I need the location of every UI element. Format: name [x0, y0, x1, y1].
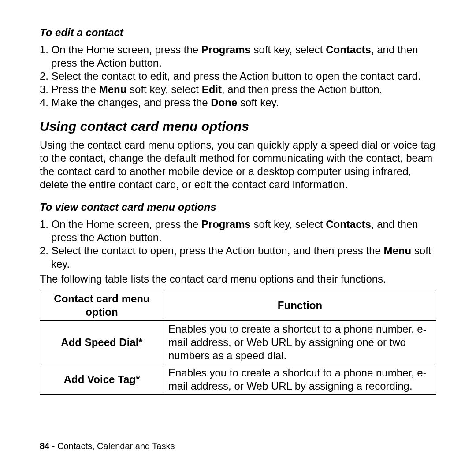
bold-programs: Programs: [201, 44, 251, 56]
view-step-1: 1. On the Home screen, press the Program…: [40, 218, 436, 244]
td-option-add-voice-tag: Add Voice Tag*: [40, 364, 164, 395]
heading-to-edit-a-contact: To edit a contact: [40, 26, 436, 39]
text: soft key, select: [251, 218, 326, 230]
bold-contacts: Contacts: [326, 44, 371, 56]
steps-view-menu-options: 1. On the Home screen, press the Program…: [40, 218, 436, 271]
text: 1. On the Home screen, press the: [40, 218, 201, 230]
table-header-row: Contact card menu option Function: [40, 290, 436, 321]
edit-step-4: 4. Make the changes, and press the Done …: [40, 96, 436, 109]
footer-separator: -: [49, 441, 57, 451]
paragraph-table-intro: The following table lists the contact ca…: [40, 272, 436, 286]
th-function: Function: [164, 290, 436, 321]
text: soft key, select: [126, 83, 201, 95]
paragraph-using-contact-card: Using the contact card menu options, you…: [40, 138, 436, 191]
heading-to-view-contact-card-menu-options: To view contact card menu options: [40, 201, 436, 213]
text: 3. Press the: [40, 83, 99, 95]
edit-step-1: 1. On the Home screen, press the Program…: [40, 43, 436, 70]
td-function: Enables you to create a shortcut to a ph…: [164, 321, 436, 364]
text: soft key, select: [251, 44, 326, 56]
th-option: Contact card menu option: [40, 290, 164, 321]
view-step-2: 2. Select the contact to open, press the…: [40, 244, 436, 271]
td-option-add-speed-dial: Add Speed Dial*: [40, 321, 164, 364]
page-footer: 84 - Contacts, Calendar and Tasks: [40, 441, 175, 451]
text: soft key.: [237, 97, 279, 108]
table-row: Add Speed Dial* Enables you to create a …: [40, 321, 436, 364]
page-number: 84: [40, 441, 49, 451]
text: 2. Select the contact to open, press the…: [40, 245, 384, 257]
bold-programs: Programs: [201, 218, 251, 230]
edit-step-2: 2. Select the contact to edit, and press…: [40, 70, 436, 83]
td-function: Enables you to create a shortcut to a ph…: [164, 364, 436, 395]
text: , and then press the Action button.: [222, 83, 382, 95]
text: 1. On the Home screen, press the: [40, 44, 201, 56]
edit-step-3: 3. Press the Menu soft key, select Edit,…: [40, 83, 436, 96]
bold-done: Done: [211, 97, 237, 108]
table-contact-card-menu-options: Contact card menu option Function Add Sp…: [40, 290, 436, 395]
heading-using-contact-card-menu-options: Using contact card menu options: [40, 119, 436, 134]
bold-menu: Menu: [384, 245, 412, 257]
steps-edit-contact: 1. On the Home screen, press the Program…: [40, 43, 436, 109]
footer-section-title: Contacts, Calendar and Tasks: [57, 441, 175, 451]
text: 4. Make the changes, and press the: [40, 97, 211, 108]
bold-menu: Menu: [99, 83, 127, 95]
bold-contacts: Contacts: [326, 218, 371, 230]
bold-edit: Edit: [202, 83, 222, 95]
table-row: Add Voice Tag* Enables you to create a s…: [40, 364, 436, 395]
